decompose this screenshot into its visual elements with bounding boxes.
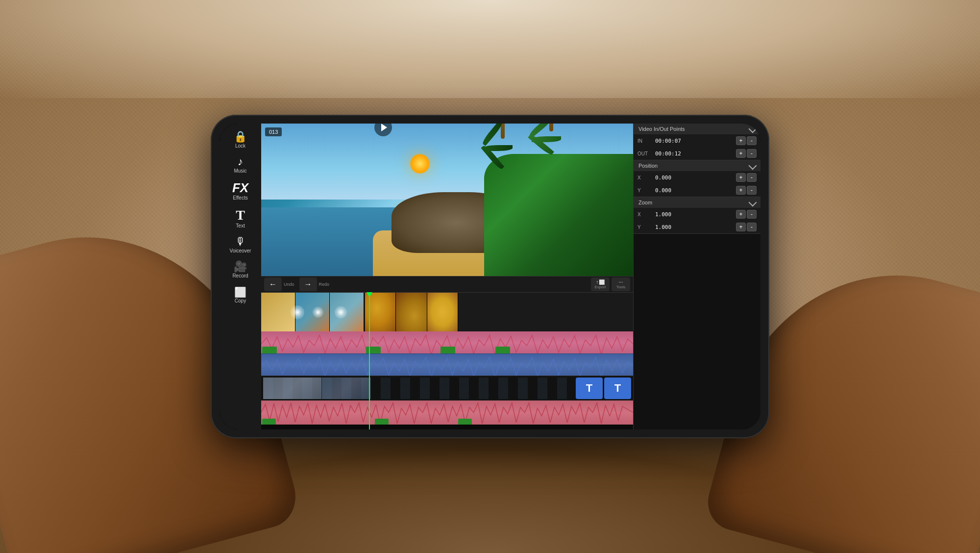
position-section: Position X 0.000 + - Y 0.000 + - [634,160,760,197]
clip-bokeh[interactable] [365,293,458,331]
tools-icon: ··· [619,279,623,285]
toolbar-copy-label: Copy [235,298,246,303]
play-triangle-icon [381,124,387,131]
toolbar-item-music[interactable]: ♪ Music [223,153,258,176]
track-title: T T [261,376,633,400]
in-label: IN [637,138,652,144]
zoom-header: Zoom [634,197,760,208]
timecode-value: 013 [269,129,278,135]
right-panel-spacer [634,234,760,429]
out-minus-button[interactable]: - [747,149,757,158]
toolbar-item-lock[interactable]: 🔒 Lock [223,128,258,151]
track-audio-bottom [261,400,633,425]
out-plus-button[interactable]: + [736,149,746,158]
toolbar-voiceover-label: Voiceover [230,248,251,253]
lock-icon: 🔒 [234,131,247,142]
music-icon: ♪ [238,156,243,167]
toolbar-item-copy[interactable]: ⬜ Copy [223,283,258,306]
zoom-y-plus-button[interactable]: + [736,223,746,231]
position-chevron-icon [749,162,757,170]
undo-icon: ← [269,280,277,289]
zoom-y-minus-button[interactable]: - [747,223,757,231]
position-y-minus-button[interactable]: - [747,186,757,195]
copy-icon: ⬜ [234,286,246,298]
toolbar-text-label: Text [236,223,245,228]
redo-label: Redo [319,282,330,287]
zoom-y-value: 1.000 [655,224,733,230]
title-block-2-text: T [614,382,621,395]
timeline-area: T T [261,292,633,429]
export-button[interactable]: ↑⬜ Export [591,277,610,291]
track-audio-2 [261,353,633,376]
position-x-label: X [637,175,652,180]
redo-icon: → [304,280,312,289]
toolbar-item-record[interactable]: 🎥 Record [223,258,258,281]
zoom-x-plus-button[interactable]: + [736,210,746,219]
in-value: 00:00:07 [655,138,733,144]
position-x-plus-button[interactable]: + [736,173,746,182]
right-panel: Video In/Out Points IN 00:00:07 + - OUT … [633,124,760,429]
green-indicators-bottom [261,419,633,425]
title-block-1-text: T [586,382,592,395]
zoom-chevron-icon [749,199,757,207]
zoom-x-row: X 1.000 + - [634,208,760,221]
toolbar-item-effects[interactable]: FX Effects [223,178,258,203]
toolbar-item-text[interactable]: T Text [223,205,258,231]
tools-label: Tools [616,285,626,289]
record-icon: 🎥 [234,261,247,272]
zoom-x-controls: + - [736,210,757,219]
playhead [369,292,370,429]
inout-chevron-icon [749,125,757,133]
text-icon: T [236,208,245,222]
undo-label: Undo [284,282,294,287]
zoom-section: Zoom X 1.000 + - Y 1.000 + - [634,197,760,234]
title-thumbnails [263,377,572,399]
out-value: 00:00:12 [655,151,733,157]
toolbar-item-voiceover[interactable]: 🎙 Voiceover [223,233,258,256]
zoom-x-minus-button[interactable]: - [747,210,757,219]
position-header: Position [634,160,760,171]
position-x-value: 0.000 [655,175,733,181]
light-burst-2 [313,307,323,318]
light-burst-1 [291,305,304,319]
title-block-2[interactable]: T [604,377,631,399]
toolbar-music-label: Music [234,168,246,174]
zoom-y-label: Y [637,225,652,230]
export-label: Export [594,285,606,289]
track-main-video [261,292,633,331]
green-indicators [261,347,633,353]
in-plus-button[interactable]: + [736,136,746,145]
out-controls: + - [736,149,757,158]
position-x-minus-button[interactable]: - [747,173,757,182]
inout-in-row: IN 00:00:07 + - [634,134,760,147]
out-label: OUT [637,151,652,156]
zoom-x-label: X [637,212,652,217]
inout-title: Video In/Out Points [638,126,685,132]
in-controls: + - [736,136,757,145]
light-burst-3 [335,306,347,318]
voiceover-icon: 🎙 [235,236,246,247]
tools-button[interactable]: ··· Tools [612,277,630,291]
waveform-blue [261,354,633,376]
redo-button[interactable]: → [299,277,317,291]
zoom-title: Zoom [638,200,652,205]
timecode-display: 013 [265,127,282,136]
zoom-y-row: Y 1.000 + - [634,221,760,233]
zoom-y-controls: + - [736,223,757,231]
inout-header: Video In/Out Points [634,124,760,134]
scene-sun [410,154,430,174]
left-toolbar: 🔒 Lock ♪ Music FX Effects T Text 🎙 Voice… [220,124,261,429]
toolbar-record-label: Record [232,273,248,278]
position-title: Position [638,163,658,169]
phone-screen: 🔒 Lock ♪ Music FX Effects T Text 🎙 Voice… [220,124,760,429]
position-y-plus-button[interactable]: + [736,186,746,195]
waveform-svg-2 [261,354,633,376]
in-minus-button[interactable]: - [747,136,757,145]
title-blocks-container: T T [576,377,631,399]
track-audio-1 [261,331,633,353]
position-y-row: Y 0.000 + - [634,184,760,197]
title-block-1[interactable]: T [576,377,603,399]
undo-button[interactable]: ← [264,277,282,291]
export-icon: ↑⬜ [596,279,605,285]
scene-vegetation [484,154,633,276]
